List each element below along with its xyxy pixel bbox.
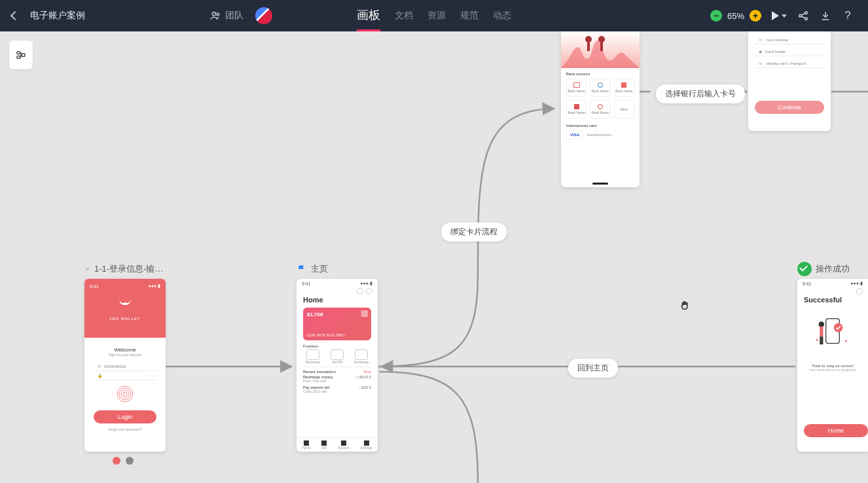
home-indicator xyxy=(592,183,608,185)
illustration xyxy=(561,31,640,68)
tab-resources[interactable]: 资源 xyxy=(427,0,446,31)
zoom-value: 65% xyxy=(727,11,744,21)
home-button: Home xyxy=(804,424,868,437)
tab-specs[interactable]: 规范 xyxy=(460,0,479,31)
tab-board[interactable]: 画板 xyxy=(357,0,380,31)
svg-point-22 xyxy=(845,340,847,342)
status-time: 9:41 xyxy=(90,284,99,289)
svg-rect-15 xyxy=(600,42,603,51)
zoom-group: − 65% + xyxy=(710,10,761,22)
play-icon xyxy=(772,11,779,20)
zoom-out-button[interactable]: − xyxy=(710,10,722,22)
panel-toggle-button[interactable] xyxy=(9,41,33,69)
success-illustration xyxy=(797,314,868,356)
chevron-down-icon xyxy=(782,14,787,18)
svg-rect-20 xyxy=(820,336,822,344)
header-right: − 65% + ? xyxy=(710,10,868,22)
tab-bar: Home QR Account Settings xyxy=(297,437,378,452)
tabs: 画板 文档 资源 规范 动态 xyxy=(357,0,511,31)
card-number: 1234 5678 9101 8901 xyxy=(307,333,345,337)
success-title: Successful xyxy=(797,295,868,305)
success-msg2: Your name was in our people list xyxy=(797,368,868,372)
bank-icon xyxy=(574,104,579,109)
chevron-down-icon xyxy=(85,268,90,271)
card-number-field: Card number xyxy=(766,38,789,42)
visa-sub: Visa/Mastercard/... xyxy=(587,133,614,137)
artboard-login-title: 1-1-登录信息-输… xyxy=(94,263,163,275)
dot[interactable] xyxy=(126,457,134,465)
phone-input: 0234445922 xyxy=(104,365,126,368)
qr-icon xyxy=(361,310,368,317)
dot-active[interactable] xyxy=(113,457,120,465)
visa-badge: VISA xyxy=(566,130,583,139)
artboard-bank[interactable]: Bank account Bank Name Bank Name Bank Na… xyxy=(561,31,640,187)
login-button: Login xyxy=(94,410,156,423)
artboard-label-home[interactable]: 主页 xyxy=(297,263,328,275)
more-link: More xyxy=(364,370,371,374)
id-icon: ▭ xyxy=(759,61,763,65)
bank-icon xyxy=(598,82,603,88)
status-icons: ●●● ▮ xyxy=(148,283,160,289)
recharge-icon xyxy=(306,349,319,360)
phone-icon: ✆ xyxy=(98,364,101,368)
bank-title: Bank account xyxy=(561,68,640,79)
artboard-card-form[interactable]: ▭Card number ◉Card holder ▭Identity card… xyxy=(748,31,831,131)
artboard-label-login[interactable]: 1-1-登录信息-输… xyxy=(85,263,163,275)
welcome-title: Welcome xyxy=(84,347,166,353)
svg-rect-6 xyxy=(17,56,20,59)
intl-title: International card xyxy=(561,118,640,130)
status-time: 9:41 xyxy=(803,281,812,286)
ring-icon xyxy=(357,288,363,295)
artboard-indicator xyxy=(113,457,134,465)
brand-name: LEN WALLET xyxy=(84,317,166,321)
card-balance: $1,768 xyxy=(307,312,367,317)
artboard-home-title: 主页 xyxy=(311,263,328,275)
svg-point-13 xyxy=(598,36,605,43)
svg-rect-14 xyxy=(587,42,590,51)
user-icon: ◉ xyxy=(759,49,762,54)
download-button[interactable] xyxy=(820,10,831,22)
artboard-label-success[interactable]: 操作成功 xyxy=(797,262,850,276)
back-button[interactable] xyxy=(10,11,20,20)
team-button[interactable]: 团队 xyxy=(209,10,244,22)
fingerprint-icon xyxy=(115,384,135,404)
recent-title: Recent transaction xyxy=(303,370,336,374)
tab-activity[interactable]: 动态 xyxy=(493,0,511,31)
qr-icon xyxy=(321,440,327,446)
bank-icon xyxy=(621,82,626,88)
app-header: 电子账户案例 团队 画板 文档 资源 规范 动态 − 65% + ? xyxy=(0,0,868,31)
svg-rect-21 xyxy=(822,336,823,344)
artboard-success[interactable]: 9:41●●● ▮ Successful Thank for using our… xyxy=(797,279,868,452)
team-icon xyxy=(209,10,221,22)
lock-icon: 🔒 xyxy=(98,373,102,378)
artboard-home[interactable]: 9:41●●● ▮ Home $1,768 1234 5678 9101 890… xyxy=(297,279,378,452)
flow-label-select-bank[interactable]: 选择银行后输入卡号 xyxy=(656,84,745,103)
svg-point-12 xyxy=(585,36,592,43)
card-icon: ▭ xyxy=(759,37,763,42)
svg-point-1 xyxy=(217,13,219,16)
user-avatar[interactable] xyxy=(255,7,272,24)
artboard-login[interactable]: 9:41●●● ▮ LEN WALLET Welcome Sign into y… xyxy=(84,279,166,452)
flow-label-back-home[interactable]: 回到主页 xyxy=(568,359,618,378)
txn-sub: Code: 2021 utils xyxy=(303,389,329,393)
play-button[interactable] xyxy=(772,11,787,20)
txn-val: - $30.0 xyxy=(359,385,371,393)
artboard-success-title: 操作成功 xyxy=(816,263,850,275)
flow-label-bind-card[interactable]: 绑定卡片流程 xyxy=(441,223,507,241)
status-icons: ●●● ▮ xyxy=(850,281,863,286)
home-icon xyxy=(304,440,309,446)
svg-point-17 xyxy=(834,323,843,332)
account-icon xyxy=(341,440,346,446)
share-button[interactable] xyxy=(797,10,809,22)
svg-rect-5 xyxy=(17,52,20,54)
flag-icon xyxy=(297,264,307,274)
cursor-icon xyxy=(679,298,693,315)
zoom-in-button[interactable]: + xyxy=(750,10,761,22)
download-icon xyxy=(820,10,831,22)
tab-docs[interactable]: 文档 xyxy=(395,0,413,31)
txn-sub: From: Visa card xyxy=(303,379,333,383)
project-title: 电子账户案例 xyxy=(30,10,85,22)
identity-field: Identity card / Passport xyxy=(766,62,806,65)
help-button[interactable]: ? xyxy=(842,10,854,22)
canvas[interactable]: 绑定卡片流程 选择银行后输入卡号 回到主页 1-1-登录信息-输… 9:41●●… xyxy=(0,31,868,483)
